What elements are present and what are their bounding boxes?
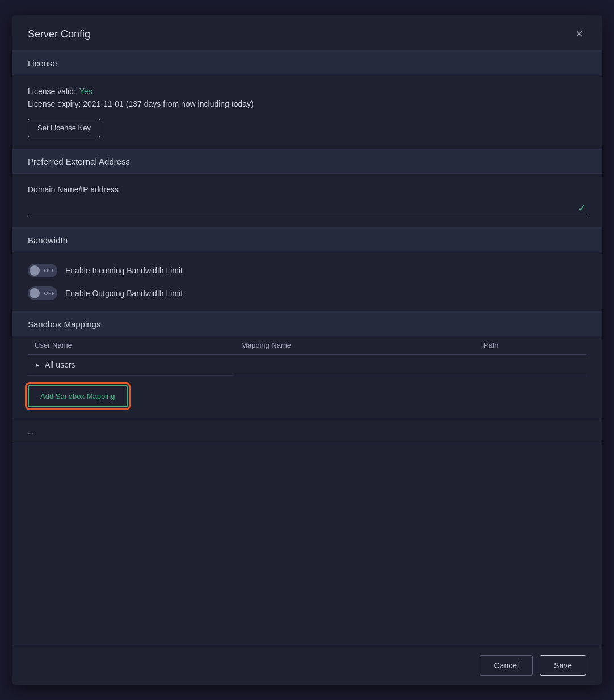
- sandbox-mappings-table-wrapper: User Name Mapping Name Path ► All users: [12, 336, 602, 376]
- cancel-button[interactable]: Cancel: [480, 655, 533, 676]
- sandbox-mappings-section-header: Sandbox Mappings: [12, 312, 602, 336]
- dialog-title: Server Config: [28, 28, 90, 40]
- license-valid-label: License valid:: [28, 87, 76, 96]
- outgoing-bandwidth-toggle[interactable]: OFF: [28, 286, 57, 300]
- table-header-row: User Name Mapping Name Path: [28, 336, 586, 355]
- mapping-name-cell: [234, 355, 477, 376]
- incoming-bandwidth-row: OFF Enable Incoming Bandwidth Limit: [28, 264, 586, 277]
- domain-field-label: Domain Name/IP address: [28, 185, 586, 194]
- add-sandbox-mapping-button[interactable]: Add Sandbox Mapping: [28, 385, 128, 407]
- domain-input-wrapper: ✓: [28, 200, 586, 216]
- col-mapping-name: Mapping Name: [234, 336, 477, 355]
- incoming-toggle-off-label: OFF: [44, 268, 56, 273]
- license-section-header: License: [12, 51, 602, 75]
- bandwidth-section-header: Bandwidth: [12, 228, 602, 252]
- add-mapping-section: Add Sandbox Mapping: [12, 376, 602, 419]
- outgoing-bandwidth-label: Enable Outgoing Bandwidth Limit: [65, 289, 183, 298]
- path-cell: [477, 355, 586, 376]
- all-users-label: All users: [45, 360, 75, 369]
- footer-hint: ...: [12, 419, 602, 444]
- outgoing-bandwidth-row: OFF Enable Outgoing Bandwidth Limit: [28, 286, 586, 300]
- preferred-address-section-header: Preferred External Address: [12, 149, 602, 174]
- license-expiry-row: License expiry: 2021-11-01 (137 days fro…: [28, 99, 586, 108]
- footer-hint-text: ...: [28, 427, 34, 436]
- license-expiry-value: 2021-11-01 (137 days from now including …: [83, 99, 253, 108]
- dialog-footer: Cancel Save: [12, 646, 602, 685]
- incoming-bandwidth-label: Enable Incoming Bandwidth Limit: [65, 266, 183, 275]
- bandwidth-section-body: OFF Enable Incoming Bandwidth Limit OFF …: [12, 252, 602, 312]
- col-user-name: User Name: [28, 336, 234, 355]
- domain-input[interactable]: [28, 200, 586, 216]
- set-license-key-button[interactable]: Set License Key: [28, 119, 100, 137]
- license-valid-row: License valid: Yes: [28, 87, 586, 96]
- dialog-header: Server Config ×: [12, 15, 602, 51]
- dialog-body: License License valid: Yes License expir…: [12, 51, 602, 646]
- sandbox-mappings-table: User Name Mapping Name Path ► All users: [28, 336, 586, 376]
- license-valid-value: Yes: [79, 87, 92, 96]
- save-button[interactable]: Save: [540, 655, 586, 676]
- preferred-address-section-body: Domain Name/IP address ✓: [12, 174, 602, 228]
- close-button[interactable]: ×: [572, 27, 586, 41]
- server-config-dialog: Server Config × License License valid: Y…: [12, 15, 602, 685]
- domain-checkmark: ✓: [578, 202, 586, 214]
- col-path: Path: [477, 336, 586, 355]
- outgoing-toggle-knob: [30, 288, 40, 298]
- all-users-cell: ► All users: [28, 355, 234, 376]
- expand-icon: ►: [35, 362, 40, 368]
- incoming-bandwidth-toggle[interactable]: OFF: [28, 264, 57, 277]
- license-section-body: License valid: Yes License expiry: 2021-…: [12, 75, 602, 149]
- table-row: ► All users: [28, 355, 586, 376]
- incoming-toggle-knob: [30, 265, 40, 276]
- outgoing-toggle-off-label: OFF: [44, 290, 56, 296]
- license-expiry-label: License expiry:: [28, 99, 81, 108]
